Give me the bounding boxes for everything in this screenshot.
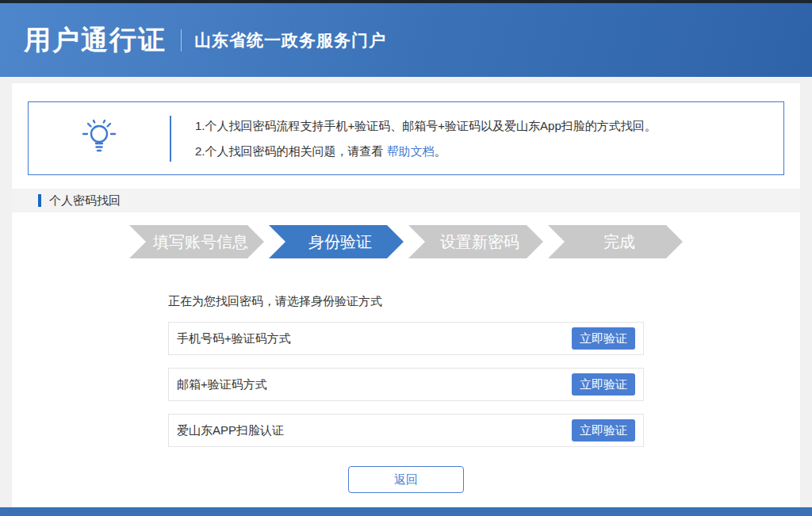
- notice-text: 1.个人找回密码流程支持手机+验证码、邮箱号+验证码以及爱山东App扫脸的方式找…: [171, 113, 657, 164]
- notice-line-2-prefix: 2.个人找回密码的相关问题，请查看: [195, 144, 387, 158]
- option-label-email: 邮箱+验证码方式: [177, 377, 572, 392]
- footer-bar: [0, 507, 812, 516]
- section-bar: 个人密码找回: [12, 189, 800, 212]
- notice-line-2: 2.个人找回密码的相关问题，请查看 帮助文档。: [195, 139, 657, 164]
- notice-box: 1.个人找回密码流程支持手机+验证码、邮箱号+验证码以及爱山东App扫脸的方式找…: [28, 101, 784, 175]
- option-row-app-face: 爱山东APP扫脸认证 立即验证: [168, 414, 644, 447]
- header-divider: [181, 29, 182, 52]
- page-background: 1.个人找回密码流程支持手机+验证码、邮箱号+验证码以及爱山东App扫脸的方式找…: [0, 77, 812, 507]
- verify-prompt: 正在为您找回密码，请选择身份验证方式: [168, 294, 644, 309]
- option-row-phone: 手机号码+验证码方式 立即验证: [168, 322, 644, 355]
- verify-section: 正在为您找回密码，请选择身份验证方式 手机号码+验证码方式 立即验证 邮箱+验证…: [168, 294, 644, 493]
- notice-line-2-suffix: 。: [435, 144, 446, 158]
- step-complete: 完成: [548, 225, 683, 258]
- verify-now-button-email[interactable]: 立即验证: [572, 373, 635, 396]
- notice-icon-wrap: [29, 118, 170, 159]
- portal-header: 用户通行证 山东省统一政务服务门户: [0, 3, 812, 77]
- content-panel: 1.个人找回密码流程支持手机+验证码、邮箱号+验证码以及爱山东App扫脸的方式找…: [12, 83, 800, 507]
- step-set-new-password: 设置新密码: [408, 225, 543, 258]
- help-doc-link[interactable]: 帮助文档: [387, 144, 435, 158]
- portal-name: 山东省统一政务服务门户: [194, 29, 386, 52]
- verify-now-button-phone[interactable]: 立即验证: [572, 327, 635, 350]
- lightbulb-icon: [82, 118, 117, 159]
- back-button-wrap: 返回: [168, 466, 644, 493]
- step-fill-account-info: 填写账号信息: [129, 225, 264, 258]
- verify-now-button-app-face[interactable]: 立即验证: [572, 419, 635, 441]
- section-title: 个人密码找回: [49, 193, 121, 208]
- notice-line-1: 1.个人找回密码流程支持手机+验证码、邮箱号+验证码以及爱山东App扫脸的方式找…: [195, 113, 657, 139]
- progress-steps: 填写账号信息 身份验证 设置新密码 完成: [12, 225, 800, 258]
- step-identity-verification: 身份验证: [269, 225, 404, 258]
- brand-title: 用户通行证: [24, 22, 167, 59]
- option-label-phone: 手机号码+验证码方式: [177, 331, 572, 346]
- option-label-app-face: 爱山东APP扫脸认证: [177, 423, 572, 438]
- option-row-email: 邮箱+验证码方式 立即验证: [168, 368, 644, 401]
- section-accent-bar: [38, 194, 41, 207]
- back-button[interactable]: 返回: [348, 466, 464, 493]
